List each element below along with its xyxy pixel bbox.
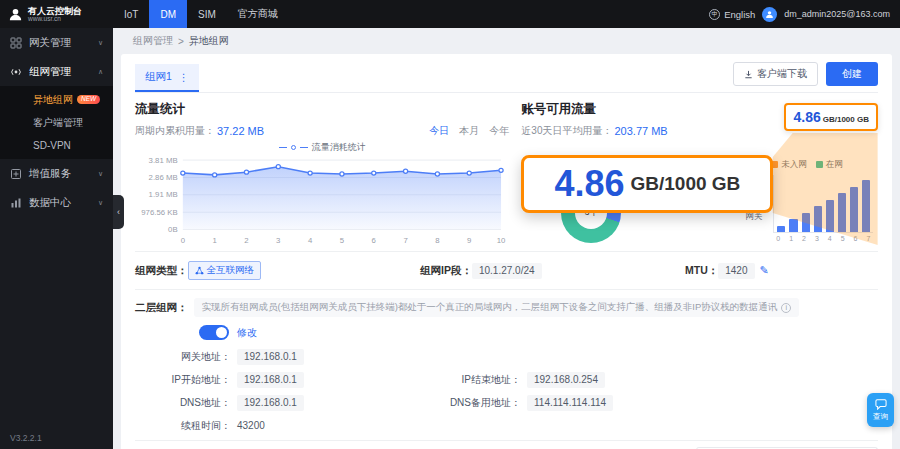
main-content: 组网管理 > 异地组网 组网1 ⋮ 客户端下载 创建 流量统计 bbox=[113, 28, 900, 449]
app-logo[interactable]: 有人云控制台 www.usr.cn bbox=[0, 0, 113, 28]
gateway-bar bbox=[838, 193, 846, 232]
tab-menu-icon[interactable]: ⋮ bbox=[179, 72, 189, 83]
breadcrumb-current: 异地组网 bbox=[189, 34, 229, 48]
ip-range-label: 组网IP段： bbox=[420, 264, 472, 278]
breadcrumb-separator: > bbox=[178, 36, 184, 47]
tab-network-1[interactable]: 组网1 ⋮ bbox=[135, 64, 199, 92]
top-tab-dm[interactable]: DM bbox=[149, 0, 187, 28]
legend-online: 在网 bbox=[816, 159, 843, 171]
sidebar-collapse-handle[interactable]: ‹ bbox=[113, 195, 124, 229]
gateway-bar bbox=[862, 180, 870, 232]
gateway-bar bbox=[802, 213, 810, 233]
legend-offline: 未入网 bbox=[771, 159, 807, 171]
filter-year[interactable]: 今年 bbox=[489, 124, 509, 138]
chat-icon bbox=[875, 399, 887, 410]
download-icon bbox=[744, 70, 753, 79]
field-dns: DNS地址：192.168.0.1 bbox=[135, 394, 425, 411]
donut-legend: 未入网 在网 bbox=[771, 159, 843, 171]
legend-line-icon bbox=[300, 147, 308, 149]
time-filters: 今日 本月 今年 bbox=[429, 124, 509, 138]
account-email[interactable]: dm_admin2025@163.com bbox=[784, 9, 890, 19]
sidebar-item-gateway-mgmt[interactable]: 网关管理 ∨ bbox=[0, 28, 113, 57]
avg-usage-value: 203.77 MB bbox=[614, 125, 667, 137]
query-float-button[interactable]: 查询 bbox=[867, 393, 894, 427]
svg-text:3.81 MB: 3.81 MB bbox=[149, 156, 178, 165]
query-label: 查询 bbox=[873, 412, 888, 422]
top-tab-sim[interactable]: SIM bbox=[187, 0, 227, 28]
usage-value: 37.22 MB bbox=[217, 125, 264, 137]
create-button[interactable]: 创建 bbox=[826, 62, 878, 86]
layer2-label: 二层组网： bbox=[135, 301, 188, 315]
sidebar-item-value-services[interactable]: 增值服务 ∨ bbox=[0, 159, 113, 188]
avatar[interactable] bbox=[762, 7, 777, 22]
gateway-bars bbox=[773, 175, 873, 233]
sidebar-item-label: 组网管理 bbox=[29, 65, 71, 79]
svg-text:2.86 MB: 2.86 MB bbox=[149, 173, 178, 182]
sidebar-item-client-mgmt[interactable]: 客户端管理 bbox=[0, 111, 113, 134]
gateway-bar bbox=[814, 206, 822, 232]
chevron-down-icon: ∨ bbox=[98, 199, 103, 207]
language-globe-icon: 中 bbox=[709, 9, 720, 20]
edit-mtu-icon[interactable]: ✎ bbox=[760, 264, 769, 277]
sidebar-subitem-label: 异地组网 bbox=[33, 93, 73, 107]
stats-row: 流量统计 周期内累积用量： 37.22 MB 今日 本月 今年 流量消耗统计 bbox=[135, 93, 878, 251]
layer2-modify-link[interactable]: 修改 bbox=[237, 326, 257, 340]
svg-text:1.91 MB: 1.91 MB bbox=[149, 190, 178, 199]
mtu-value: 1420 bbox=[718, 263, 754, 279]
traffic-chart: 3.81 MB2.86 MB1.91 MB976.56 KB0B01234567… bbox=[135, 154, 509, 252]
mesh-icon bbox=[195, 266, 204, 275]
info-icon[interactable]: i bbox=[781, 303, 791, 313]
layer2-toggle[interactable] bbox=[199, 325, 229, 340]
svg-text:9: 9 bbox=[467, 236, 471, 245]
field-dns-backup: DNS备用地址：114.114.114.114 bbox=[425, 394, 878, 411]
field-gateway-address: 网关地址：192.168.0.1 bbox=[135, 348, 425, 365]
sidebar-item-remote-network[interactable]: 异地组网 NEW bbox=[0, 88, 113, 111]
language-switch[interactable]: 中 English bbox=[709, 9, 755, 20]
network-tab-row: 组网1 ⋮ 客户端下载 创建 bbox=[135, 62, 878, 93]
sidebar-item-label: 网关管理 bbox=[29, 36, 71, 50]
logo-person-icon bbox=[8, 7, 23, 22]
client-download-button[interactable]: 客户端下载 bbox=[733, 62, 818, 86]
gateway-icon bbox=[10, 37, 22, 49]
usage-label: 周期内累积用量： bbox=[135, 124, 215, 138]
gateway-bar bbox=[826, 200, 834, 233]
traffic-title: 流量统计 bbox=[135, 101, 509, 118]
topbar: 有人云控制台 www.usr.cn IoT DM SIM 官方商城 中 Engl… bbox=[0, 0, 900, 28]
filter-today[interactable]: 今日 bbox=[429, 124, 449, 138]
top-tab-iot[interactable]: IoT bbox=[113, 0, 149, 28]
sidebar-item-data-center[interactable]: 数据中心 ∨ bbox=[0, 188, 113, 217]
language-label: English bbox=[724, 9, 755, 20]
svg-text:3: 3 bbox=[276, 236, 280, 245]
sidebar-item-sdvpn[interactable]: SD-VPN bbox=[0, 134, 113, 157]
field-ip-start: IP开始地址：192.168.0.1 bbox=[135, 371, 425, 388]
network-type-value: 全互联网络 bbox=[207, 264, 255, 277]
layer2-fields: 网关地址：192.168.0.1 IP开始地址：192.168.0.1 IP结束… bbox=[135, 348, 878, 434]
filter-month[interactable]: 本月 bbox=[459, 124, 479, 138]
layer2-section: 二层组网： 实现所有组网成员(包括组网网关成员下挂终端)都处于一个真正的局域网内… bbox=[135, 289, 878, 438]
avg-usage-label: 近30天日平均用量： bbox=[521, 124, 612, 138]
svg-text:1: 1 bbox=[212, 236, 216, 245]
sidebar-subitem-label: 客户端管理 bbox=[33, 116, 83, 130]
top-tab-mall[interactable]: 官方商城 bbox=[227, 0, 289, 28]
network-type: 组网类型： 全互联网络 bbox=[135, 261, 420, 280]
services-icon bbox=[10, 168, 22, 180]
sidebar-subitem-label: SD-VPN bbox=[33, 140, 71, 151]
chevron-up-icon: ∧ bbox=[98, 68, 103, 76]
svg-text:2: 2 bbox=[244, 236, 248, 245]
quota-value-large: 4.86 bbox=[554, 166, 624, 202]
app-subtitle: www.usr.cn bbox=[28, 16, 82, 23]
svg-text:10: 10 bbox=[497, 236, 506, 245]
svg-text:0B: 0B bbox=[168, 225, 178, 234]
chevron-down-icon: ∨ bbox=[98, 170, 103, 178]
breadcrumb-parent[interactable]: 组网管理 bbox=[133, 34, 173, 48]
quota-highlight-small: 4.86 GB/1000 GB bbox=[784, 103, 878, 131]
svg-text:8: 8 bbox=[435, 236, 439, 245]
sidebar-item-network-mgmt[interactable]: 组网管理 ∧ bbox=[0, 57, 113, 86]
quota-highlight-magnified: 4.86 GB/1000 GB bbox=[521, 155, 773, 213]
sidebar-item-label: 数据中心 bbox=[29, 196, 71, 210]
ip-range-value: 10.1.27.0/24 bbox=[472, 263, 542, 279]
quota-unit-small: GB/1000 GB bbox=[823, 115, 869, 124]
svg-text:6: 6 bbox=[372, 236, 376, 245]
quota-value-small: 4.86 bbox=[793, 105, 820, 129]
client-download-label: 客户端下载 bbox=[757, 67, 807, 81]
